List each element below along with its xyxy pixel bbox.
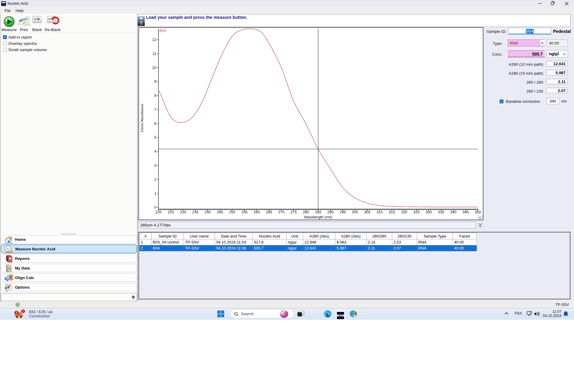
svg-text:8: 8	[154, 94, 156, 98]
svg-text:4: 4	[154, 149, 156, 154]
svg-text:10mm Absorbance: 10mm Absorbance	[140, 104, 144, 132]
svg-text:1: 1	[154, 192, 156, 196]
svg-text:9: 9	[154, 79, 156, 84]
svg-text:12: 12	[152, 38, 156, 42]
svg-text:10: 10	[152, 66, 156, 70]
svg-text:B04: B04	[159, 29, 166, 33]
svg-text:11: 11	[152, 52, 156, 56]
svg-text:1: 1	[22, 310, 24, 313]
svg-text:2: 2	[154, 177, 156, 182]
svg-text:3: 3	[154, 163, 156, 168]
svg-text:7: 7	[154, 108, 156, 112]
svg-text:6: 6	[154, 122, 156, 126]
svg-text:0: 0	[154, 205, 156, 209]
svg-text:Wavelength (nm): Wavelength (nm)	[304, 215, 332, 219]
svg-text:5: 5	[154, 135, 156, 140]
